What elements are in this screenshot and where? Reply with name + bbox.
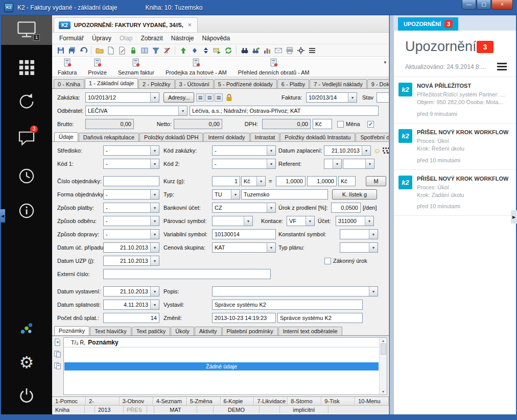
dropdown-arrow-icon[interactable]: ▾ bbox=[267, 146, 275, 155]
menu-item[interactable]: Nápověda bbox=[198, 34, 234, 43]
faktura-select[interactable]: 10/2013/14▾ bbox=[306, 92, 357, 103]
notification-item[interactable]: k2 PŘIŠEL NOVÝ KROK WORKFLOW Proces: Úko… bbox=[394, 123, 516, 170]
detail-tab[interactable]: Údaje bbox=[54, 132, 78, 141]
settings-icon[interactable] bbox=[296, 46, 305, 55]
kod-zakazky-select[interactable]: -▾ bbox=[212, 145, 276, 156]
book-icon[interactable] bbox=[140, 46, 149, 55]
find-icon[interactable] bbox=[240, 46, 249, 55]
page-tab[interactable]: 3 - Účtování bbox=[175, 79, 214, 88]
sidebar-item-settings[interactable]: ⚙ bbox=[1, 348, 52, 377]
find-next-icon[interactable] bbox=[251, 46, 260, 55]
scroll-down-icon[interactable]: ▼ bbox=[382, 390, 385, 393]
collapse-left-icon[interactable]: ◀ bbox=[0, 209, 5, 223]
ribbon-item[interactable]: Seznam faktur bbox=[112, 57, 160, 77]
close-button[interactable]: × bbox=[491, 0, 513, 10]
dropdown-arrow-icon[interactable]: ▾ bbox=[244, 216, 252, 226]
k-listek-button[interactable]: K. lístek g bbox=[332, 189, 377, 200]
detail-tab[interactable]: Text hlavičky bbox=[90, 327, 131, 335]
variabilni-symbol-field[interactable]: 10130014 bbox=[212, 229, 276, 239]
navigate-icon[interactable] bbox=[190, 46, 199, 55]
refresh-icon[interactable] bbox=[224, 46, 232, 55]
open-folder-icon[interactable] bbox=[95, 46, 104, 55]
scroll-up-icon[interactable]: ▲ bbox=[382, 339, 385, 342]
dropdown-arrow-icon[interactable]: ▾ bbox=[150, 256, 159, 265]
maximize-button[interactable]: ▢ bbox=[477, 0, 491, 10]
mail-icon[interactable] bbox=[274, 46, 283, 55]
page-tab[interactable]: 2 - Položky bbox=[138, 79, 174, 88]
parovaci-symbol-select[interactable]: ▾ bbox=[212, 216, 253, 226]
menu-item[interactable]: Olap bbox=[115, 34, 136, 43]
dropdown-arrow-icon[interactable]: ▾ bbox=[267, 159, 275, 168]
notification-item[interactable]: k2 PŘIŠEL NOVÝ KROK WORKFLOW Proces: Úko… bbox=[394, 170, 516, 216]
flag-checkbox[interactable]: ✓ bbox=[367, 121, 374, 128]
typ-planu-select[interactable]: ▾ bbox=[340, 242, 378, 253]
sidebar-item-modules[interactable] bbox=[1, 54, 52, 82]
function-key[interactable]: 5-Změna bbox=[187, 397, 221, 405]
dropdown-arrow-icon[interactable]: ▾ bbox=[150, 190, 159, 199]
urok-field[interactable]: 0,0500 bbox=[331, 203, 361, 213]
zpusob-dopravy-select[interactable]: -▾ bbox=[103, 229, 159, 239]
note-copy-icon[interactable] bbox=[54, 350, 61, 359]
dropdown-arrow-icon[interactable]: ▾ bbox=[267, 243, 275, 252]
sidebar-item-desktop[interactable]: 1 bbox=[1, 15, 52, 45]
notes-scrollbar[interactable]: ▲ ▼ bbox=[379, 338, 387, 394]
dropdown-arrow-icon[interactable]: ▾ bbox=[365, 159, 374, 168]
sort-icon[interactable] bbox=[201, 46, 210, 55]
menu-list-icon[interactable] bbox=[308, 46, 316, 55]
smiley-icon[interactable]: ☺ bbox=[373, 146, 381, 155]
new-document-icon[interactable] bbox=[106, 46, 115, 55]
detail-tab[interactable]: Úkoly bbox=[171, 327, 194, 335]
sidebar-item-time[interactable] bbox=[1, 162, 52, 191]
dropdown-arrow-icon[interactable]: ▾ bbox=[178, 106, 187, 115]
zakonny-urok-checkbox[interactable] bbox=[324, 258, 331, 264]
chart-icon[interactable] bbox=[263, 46, 271, 55]
datum-splatnosti-select[interactable]: 4.11.2013▾ bbox=[103, 300, 159, 310]
page-tab[interactable]: 9 - Dokumenty bbox=[367, 79, 389, 88]
dropdown-arrow-icon[interactable]: ▾ bbox=[348, 93, 357, 102]
dropdown-arrow-icon[interactable]: ▾ bbox=[150, 300, 159, 309]
ribbon-item[interactable]: Faktura bbox=[52, 57, 82, 77]
function-key[interactable]: 1-Pomoc bbox=[52, 397, 86, 405]
dropdown-arrow-icon[interactable]: ▾ bbox=[150, 230, 159, 239]
dropdown-arrow-icon[interactable]: ▾ bbox=[231, 190, 240, 199]
ribbon-item[interactable]: Provize bbox=[82, 57, 112, 77]
function-key[interactable]: 9-Tisk bbox=[321, 397, 355, 405]
undo-icon[interactable] bbox=[79, 46, 87, 55]
dropdown-arrow-icon[interactable]: ▾ bbox=[369, 243, 378, 252]
menu-item[interactable]: Zobrazit bbox=[136, 34, 167, 43]
externi-cislo-field[interactable] bbox=[103, 269, 271, 279]
function-key[interactable]: 10-Menu bbox=[355, 397, 389, 405]
function-key[interactable]: 8-Storno bbox=[288, 397, 321, 405]
detail-tab[interactable]: Položky dokladů Intrastatu bbox=[280, 133, 355, 141]
function-key[interactable]: 3-Obnov bbox=[120, 397, 153, 405]
cenova-skupina-select[interactable]: KAT▾ bbox=[212, 242, 276, 253]
ribbon-item[interactable]: Prodejka za hotové - AM bbox=[160, 57, 232, 77]
send-mail-icon[interactable] bbox=[213, 46, 221, 55]
page-tab[interactable]: 0 - Kniha bbox=[54, 79, 84, 88]
konstantni-symbol-select[interactable]: ▾ bbox=[340, 229, 378, 239]
note-add-icon[interactable] bbox=[54, 338, 61, 348]
odberatel-select[interactable]: LÉČIVA▾ bbox=[85, 106, 187, 116]
dropdown-arrow-icon[interactable]: ▾ bbox=[365, 216, 373, 226]
page-tab[interactable]: 5 - Podřízené doklady bbox=[214, 79, 277, 88]
datum-uc-select[interactable]: 21.10.2013▾ bbox=[103, 242, 159, 253]
notification-item[interactable]: k2 NOVÁ PŘÍLEŽITOST Příležitost:Řídící s… bbox=[394, 77, 516, 123]
tab-close-icon[interactable]: × bbox=[187, 21, 193, 29]
ucet-select[interactable]: 311000▾ bbox=[336, 216, 374, 226]
detail-tab[interactable]: Aktivity bbox=[195, 327, 222, 335]
forma-objednavky-select[interactable]: -▾ bbox=[103, 189, 159, 200]
page-tab[interactable]: 6 - Platby bbox=[277, 79, 309, 88]
detail-tab[interactable]: Položky dokladů DPH bbox=[139, 133, 203, 141]
cislo-objednavky-field[interactable] bbox=[103, 176, 159, 186]
detail-tab[interactable]: Poznámky bbox=[54, 326, 89, 335]
zpusob-odberu-select[interactable]: -▾ bbox=[103, 216, 159, 226]
collapse-right-icon[interactable]: ▶ bbox=[511, 210, 517, 224]
page-tab[interactable]: 7 - Vedlejší náklady bbox=[310, 79, 366, 88]
bankovni-ucet-select[interactable]: CZ▾ bbox=[212, 203, 276, 213]
dropdown-arrow-icon[interactable]: ▾ bbox=[150, 287, 159, 296]
detail-tab[interactable]: Text patičky bbox=[132, 327, 170, 335]
filter-icon[interactable] bbox=[151, 46, 160, 55]
dropdown-arrow-icon[interactable]: ▾ bbox=[150, 216, 159, 226]
menu-item[interactable]: Nástroje bbox=[167, 34, 198, 43]
function-key[interactable]: 6-Kopie bbox=[221, 397, 254, 405]
